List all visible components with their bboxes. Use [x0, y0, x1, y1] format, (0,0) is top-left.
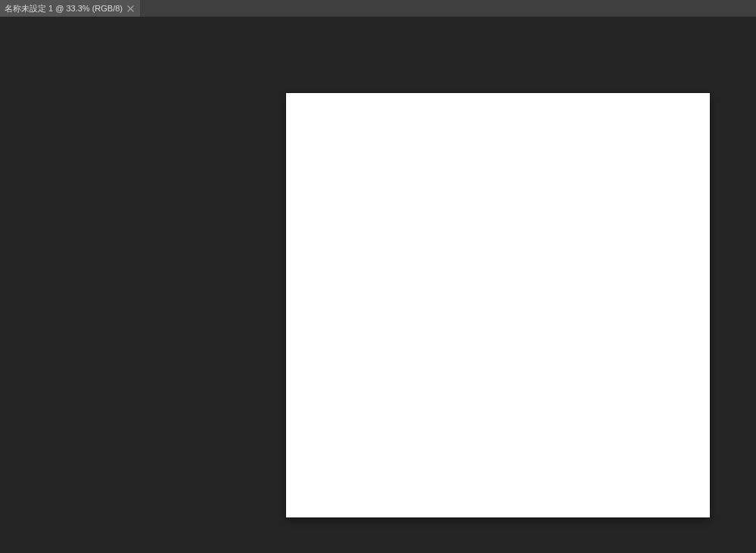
- document-tab[interactable]: 名称未設定 1 @ 33.3% (RGB/8): [0, 0, 140, 17]
- document-tab-bar: 名称未設定 1 @ 33.3% (RGB/8): [0, 0, 756, 17]
- close-icon[interactable]: [127, 5, 134, 12]
- document-tab-label: 名称未設定 1 @ 33.3% (RGB/8): [5, 0, 123, 17]
- workspace-area[interactable]: [0, 17, 756, 553]
- canvas[interactable]: [286, 93, 710, 517]
